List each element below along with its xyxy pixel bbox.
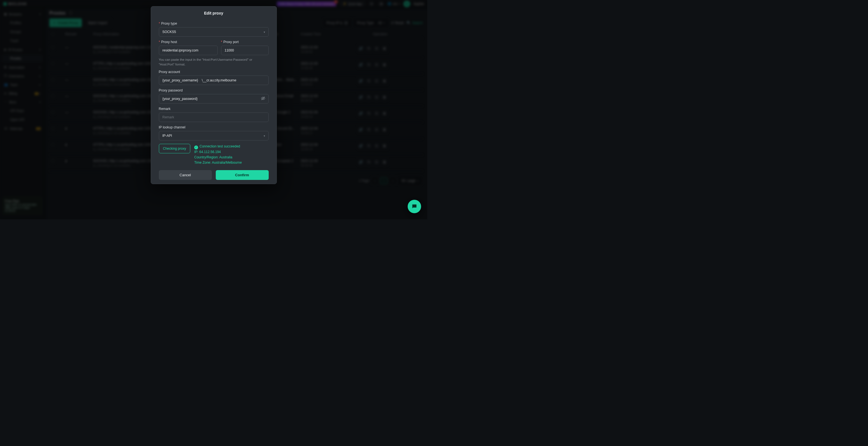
proxy-port-input[interactable] xyxy=(221,45,269,55)
modal-title: Edit proxy xyxy=(151,6,277,17)
edit-proxy-modal: Edit proxy *Proxy type SOCKS5 ▾ *Proxy h… xyxy=(151,6,277,184)
check-success-icon: ✓ xyxy=(194,145,198,149)
label-proxy-port: *Proxy port xyxy=(221,40,269,44)
chat-icon xyxy=(411,203,417,210)
remark-input[interactable] xyxy=(159,112,269,122)
check-ok-text: Connection test succeeded xyxy=(199,144,240,148)
checking-proxy-button[interactable]: Checking proxy xyxy=(159,144,190,153)
proxy-type-select[interactable]: SOCKS5 ▾ xyxy=(159,27,269,37)
label-proxy-type: *Proxy type xyxy=(159,22,269,26)
ip-lookup-value: IP-API xyxy=(162,134,172,138)
host-port-hint: You can paste the input in the "Host:Por… xyxy=(159,57,269,67)
modal-body: *Proxy type SOCKS5 ▾ *Proxy host *Proxy … xyxy=(151,17,277,184)
label-proxy-password: Proxy password xyxy=(159,89,269,92)
eye-off-icon[interactable] xyxy=(261,96,265,102)
confirm-button[interactable]: Confirm xyxy=(216,170,269,180)
proxy-host-input[interactable] xyxy=(159,45,218,55)
label-proxy-host: *Proxy host xyxy=(159,40,218,44)
check-ip: IP: 64.112.56.194 xyxy=(194,149,242,155)
chevron-down-icon: ▾ xyxy=(264,31,265,34)
check-timezone: Time Zone: Australia/Melbourne xyxy=(194,160,242,165)
cancel-button[interactable]: Cancel xyxy=(159,170,212,180)
modal-overlay[interactable]: Edit proxy *Proxy type SOCKS5 ▾ *Proxy h… xyxy=(0,0,427,219)
check-result: ✓Connection test succeeded IP: 64.112.56… xyxy=(194,144,242,165)
label-ip-lookup: IP lookup channel xyxy=(159,125,269,129)
proxy-password-input[interactable] xyxy=(159,94,269,104)
proxy-type-value: SOCKS5 xyxy=(162,30,176,34)
proxy-account-input[interactable] xyxy=(159,75,269,85)
chevron-down-icon: ▾ xyxy=(264,134,265,137)
check-country: Country/Region: Australia xyxy=(194,155,242,160)
chat-fab[interactable] xyxy=(408,200,421,213)
ip-lookup-select[interactable]: IP-API ▾ xyxy=(159,131,269,140)
label-proxy-account: Proxy account xyxy=(159,70,269,74)
label-remark: Remark xyxy=(159,107,269,111)
